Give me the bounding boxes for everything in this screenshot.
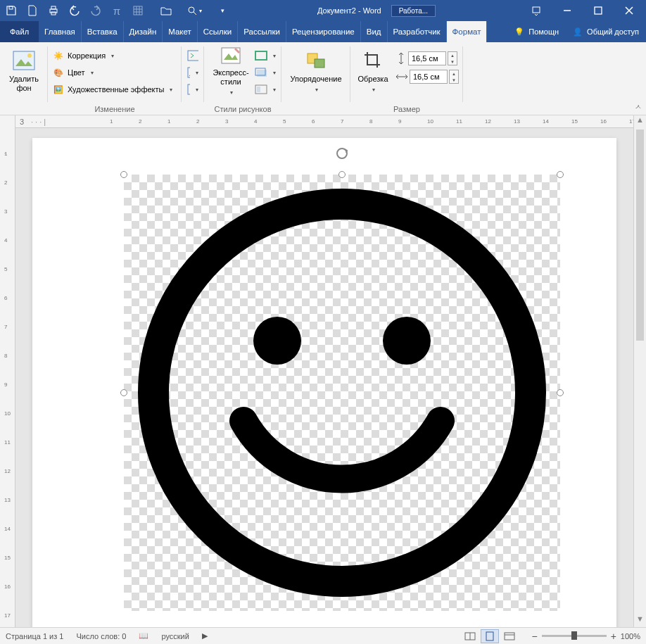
remove-background-button[interactable]: Удалить фон — [4, 45, 44, 96]
new-doc-button[interactable] — [23, 1, 42, 20]
zoom-slider[interactable] — [542, 635, 607, 637]
group-picture-styles: Экспресс- стили▾ ▾ ▾ ▾ Стили рисунков — [204, 42, 281, 115]
table-button[interactable] — [128, 1, 148, 20]
width-spinner[interactable]: ▲▼ — [449, 70, 459, 84]
vertical-scrollbar[interactable]: ▲ ▼ — [633, 115, 646, 627]
status-spellcheck-icon[interactable]: 📖 — [139, 631, 148, 640]
ribbon-tabs: Файл Главная Вставка Дизайн Макет Ссылки… — [0, 21, 646, 42]
quick-print-button[interactable] — [44, 1, 63, 20]
artistic-effects-button[interactable]: 🖼️Художественные эффекты▾ — [52, 82, 174, 97]
resize-handle-n[interactable] — [338, 171, 346, 178]
tab-developer[interactable]: Разработчик — [388, 21, 447, 42]
height-input[interactable]: 16,5 см — [408, 51, 446, 65]
ribbon-options-button[interactable] — [521, 0, 552, 21]
minimize-button[interactable] — [552, 0, 583, 21]
svg-point-23 — [253, 317, 301, 365]
svg-rect-6 — [533, 7, 540, 13]
tab-mailings[interactable]: Рассылки — [238, 21, 286, 42]
tab-design[interactable]: Дизайн — [124, 21, 163, 42]
vertical-ruler[interactable]: · 1234567891011121314151617181920 — [0, 115, 15, 627]
tell-me[interactable]: 💡Помощн — [507, 27, 566, 37]
qat-customize[interactable]: ▾ — [213, 1, 232, 20]
group-size-label: Размер — [350, 105, 463, 113]
svg-rect-19 — [257, 87, 260, 92]
tab-insert[interactable]: Вставка — [82, 21, 124, 42]
picture-effects-button[interactable]: ▾ — [253, 65, 277, 80]
tab-file[interactable]: Файл — [0, 21, 39, 42]
tab-view[interactable]: Вид — [361, 21, 388, 42]
close-button[interactable] — [614, 0, 645, 21]
open-button[interactable] — [156, 1, 176, 20]
selected-image[interactable] — [124, 175, 560, 611]
save-button[interactable] — [1, 1, 21, 20]
palette-icon: 🎨 — [53, 68, 63, 77]
svg-rect-28 — [505, 633, 514, 640]
share-icon: 👤 — [573, 27, 583, 37]
status-macro-icon[interactable]: ▶ — [202, 631, 208, 640]
document-viewport[interactable]: 3 · · · | 121234567891011121314151617 — [15, 115, 633, 627]
zoom-out-button[interactable]: − — [531, 631, 537, 642]
share-button[interactable]: 👤Общий доступ — [566, 27, 646, 37]
picture-border-button[interactable]: ▾ — [253, 48, 277, 63]
corrections-label: Коррекция — [68, 51, 106, 60]
group-styles-label: Стили рисунков — [204, 105, 281, 113]
crop-button[interactable]: Обрезка▾ — [355, 45, 391, 96]
change-picture-button[interactable]: ▾ — [186, 65, 200, 80]
status-word-count[interactable]: Число слов: 0 — [76, 632, 126, 640]
compress-button[interactable] — [186, 48, 200, 63]
tab-layout[interactable]: Макет — [163, 21, 198, 42]
collapse-ribbon-button[interactable]: ㅅ — [635, 102, 642, 112]
tab-review[interactable]: Рецензирование — [286, 21, 361, 42]
view-read-button[interactable] — [461, 629, 479, 643]
title-text: Документ2 - Word — [317, 6, 381, 15]
color-label: Цвет — [68, 68, 85, 77]
app-window: π ▾ ▾ Документ2 - Word Работа... Файл Гл… — [0, 0, 646, 644]
svg-point-5 — [189, 7, 194, 13]
corrections-button[interactable]: ☀️Коррекция▾ — [52, 48, 174, 63]
horizontal-ruler[interactable]: 3 · · · | 121234567891011121314151617 — [15, 115, 633, 128]
svg-rect-27 — [486, 632, 493, 640]
brightness-icon: ☀️ — [53, 51, 63, 61]
redo-button[interactable] — [86, 1, 106, 20]
crop-label: Обрезка — [357, 75, 388, 84]
status-page[interactable]: Страница 1 из 1 — [6, 632, 63, 640]
svg-rect-15 — [255, 51, 267, 60]
view-web-button[interactable] — [500, 629, 519, 643]
remove-bg-icon — [13, 49, 35, 72]
maximize-button[interactable] — [583, 0, 614, 21]
group-adjust: ☀️Коррекция▾ 🎨Цвет▾ 🖼️Художественные эфф… — [48, 42, 182, 115]
equation-button[interactable]: π — [107, 1, 127, 20]
window-controls — [521, 0, 645, 21]
undo-button[interactable] — [65, 1, 84, 20]
group-arrange: Упорядочение▾ — [281, 42, 350, 115]
zoom-level[interactable]: 100% — [621, 632, 640, 640]
height-spinner[interactable]: ▲▼ — [448, 51, 457, 65]
view-buttons — [461, 629, 519, 643]
status-language[interactable]: русский — [161, 632, 189, 640]
reset-picture-button[interactable]: ▾ — [186, 82, 200, 97]
resize-handle-w[interactable] — [120, 389, 127, 396]
resize-handle-nw[interactable] — [120, 171, 127, 178]
zoom-in-button[interactable]: + — [611, 631, 616, 642]
quick-access-toolbar: π ▾ ▾ — [1, 1, 232, 20]
svg-rect-7 — [595, 7, 602, 14]
window-title: Документ2 - Word Работа... — [232, 5, 521, 17]
page[interactable] — [32, 138, 616, 627]
rotate-handle[interactable] — [335, 146, 349, 160]
preview-button[interactable]: ▾ — [184, 1, 204, 20]
picture-layout-button[interactable]: ▾ — [253, 82, 277, 97]
quick-styles-icon — [220, 46, 242, 65]
tab-format[interactable]: Формат — [447, 21, 488, 42]
svg-rect-21 — [315, 59, 324, 68]
color-button[interactable]: 🎨Цвет▾ — [52, 65, 174, 80]
view-print-button[interactable] — [481, 629, 499, 643]
quick-styles-button[interactable]: Экспресс- стили▾ — [208, 45, 253, 96]
group-adjust-label: Изменение — [48, 105, 182, 113]
svg-rect-0 — [9, 6, 13, 9]
arrange-button[interactable]: Упорядочение▾ — [286, 45, 346, 96]
width-input[interactable]: 16,5 см — [410, 70, 448, 84]
tab-home[interactable]: Главная — [39, 21, 82, 42]
tab-references[interactable]: Ссылки — [198, 21, 239, 42]
resize-handle-ne[interactable] — [557, 171, 564, 178]
resize-handle-e[interactable] — [557, 389, 564, 396]
